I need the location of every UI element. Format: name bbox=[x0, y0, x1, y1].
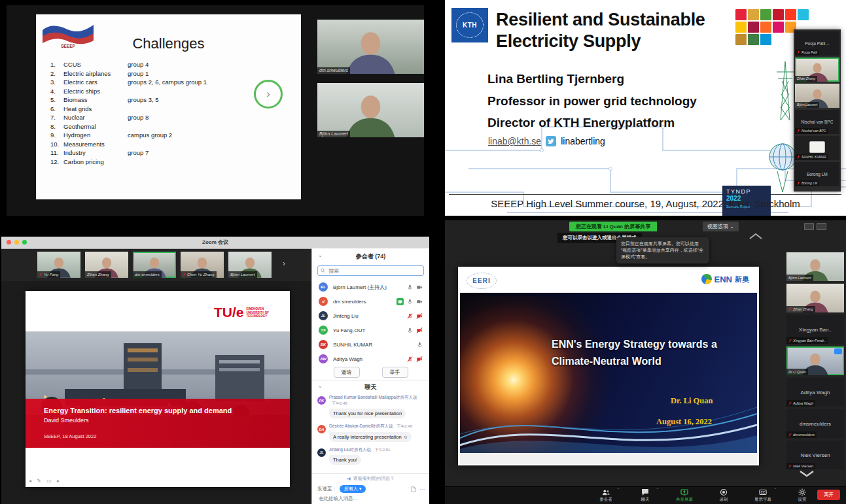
sdg-icon bbox=[735, 22, 747, 33]
collapse-caret-icon[interactable]: ⌄ bbox=[318, 252, 323, 258]
speaker-view-icon[interactable] bbox=[817, 223, 826, 230]
search-input[interactable] bbox=[327, 267, 421, 275]
video-tile[interactable]: Björn Laumert bbox=[786, 252, 844, 281]
presenter-nav-icons[interactable]: ◂ ✎ ▭ ▸ bbox=[29, 478, 62, 484]
slide-author: David Smeulders bbox=[44, 417, 89, 424]
sdg-icon bbox=[735, 9, 747, 20]
twitter-handle[interactable]: linabertling bbox=[561, 136, 605, 146]
video-tile[interactable]: Chen Yu Zhang bbox=[181, 252, 224, 278]
tile-name-center bbox=[317, 20, 424, 74]
avatar: SK bbox=[319, 340, 328, 349]
participant-row[interactable]: SK SUNHIL KUMAR bbox=[312, 337, 429, 352]
toolbar-button[interactable]: 录制 bbox=[712, 488, 735, 503]
caret-icon[interactable]: ˆ bbox=[775, 488, 776, 492]
video-tile[interactable]: SUNHIL KUMAR bbox=[795, 136, 839, 160]
video-tile[interactable]: Dr Li Quan bbox=[786, 346, 844, 375]
view-options-button[interactable]: 视图选项 ⌄ bbox=[703, 222, 739, 231]
video-tile[interactable]: Pooja Patil… Pooja Patil bbox=[795, 31, 839, 56]
avatar: BL bbox=[319, 282, 328, 292]
toolbar-button[interactable]: ˆ 聊天 bbox=[633, 488, 657, 503]
video-tile[interactable]: Zihan Zhang bbox=[795, 58, 839, 82]
camera-off-icon bbox=[416, 356, 423, 362]
item-group bbox=[128, 87, 207, 96]
expand-tiles-chevron[interactable] bbox=[797, 469, 817, 480]
participant-row[interactable]: BL Björn Laumert (主持人) bbox=[312, 280, 429, 294]
next-slide-button[interactable]: › bbox=[254, 80, 283, 109]
participant-name-label: Chen Yu Zhang bbox=[181, 271, 217, 278]
item-group: group 7 bbox=[128, 148, 207, 158]
presentation-title: Resilient and Sustainable Electricity Su… bbox=[496, 9, 705, 52]
video-tile[interactable]: dm.smeulders bbox=[317, 20, 424, 74]
tue-logo: TU/e EINDHOVEN UNIVERSITY OF TECHNOLOGY bbox=[214, 305, 269, 319]
video-tile[interactable]: Björn Laumert bbox=[228, 252, 272, 278]
slide-date: SEEEP, 18 August 2022 bbox=[44, 433, 96, 439]
collapse-strip-chevron[interactable] bbox=[747, 231, 764, 243]
window-title: Zoom 会议 bbox=[1, 237, 429, 248]
mic-muted-icon bbox=[788, 307, 792, 312]
gallery-view-icon[interactable] bbox=[804, 223, 814, 230]
item-group bbox=[128, 122, 207, 131]
video-tile[interactable]: dm smeulders bbox=[133, 252, 176, 278]
message-text: Thank you for nice presentation bbox=[329, 409, 406, 418]
minimize-window-button[interactable] bbox=[14, 240, 19, 244]
participant-name-label: Xingyan Ban-Fendi.. bbox=[786, 337, 828, 344]
zoom-window-enn: 您正在观看 Li Quan 的屏幕共享 视图选项 ⌄ 您可以双击以进入或退出全屏… bbox=[445, 220, 846, 504]
video-tile[interactable]: dmsmeulders dmsmeulders bbox=[786, 409, 844, 438]
video-tile[interactable]: Zihan Zhang bbox=[85, 252, 128, 278]
send-to-selector[interactable]: 所有人 ▾ bbox=[340, 485, 366, 493]
item-number: 8. bbox=[50, 122, 63, 131]
footer-text: SEEEP High Level Summer course, 19, Augu… bbox=[445, 198, 846, 209]
challenge-item: 1. CCUS group 4 bbox=[50, 60, 207, 69]
toolbar-button[interactable]: ˆ 参会者 bbox=[594, 488, 618, 503]
toolbar-icon bbox=[641, 488, 649, 496]
more-icon[interactable]: ⋯ bbox=[419, 486, 425, 492]
toolbar-button[interactable]: 设置 bbox=[790, 488, 814, 503]
participant-name-label: Nischal van BPC bbox=[795, 128, 828, 134]
eeri-logo: EERI bbox=[467, 273, 497, 289]
participant-row[interactable]: JL Jinfeng Liu bbox=[312, 309, 429, 323]
file-icon[interactable] bbox=[411, 486, 416, 492]
video-tile[interactable]: Botong LM Botong LM bbox=[795, 162, 839, 186]
zoom-window-tue: Zoom 会议 Yu Fang bbox=[1, 237, 429, 504]
video-tile[interactable]: Björn Laumert bbox=[317, 83, 424, 137]
participant-status-icons bbox=[407, 328, 423, 333]
gallery-next-button[interactable]: › bbox=[283, 259, 285, 268]
leave-meeting-button[interactable]: 离开 bbox=[817, 490, 840, 500]
participant-row[interactable]: AW Aditya Wagh bbox=[312, 352, 429, 366]
window-titlebar[interactable]: Zoom 会议 bbox=[1, 237, 429, 249]
video-tile[interactable]: Niek Viersen Niek Viersen bbox=[786, 441, 844, 469]
footer-divider bbox=[449, 194, 841, 195]
collapse-caret-icon[interactable]: ⌄ bbox=[318, 383, 323, 389]
video-tile[interactable]: Yu Fang bbox=[37, 252, 80, 278]
caret-icon[interactable]: ˆ bbox=[618, 488, 619, 492]
email-link[interactable]: linab@kth.se bbox=[488, 136, 541, 146]
avatar: AW bbox=[319, 354, 328, 363]
video-tile[interactable]: Nischal van BPC Nischal van BPC bbox=[795, 110, 839, 134]
toolbar-button[interactable]: CC ˆ 显示字幕 bbox=[751, 488, 775, 503]
privacy-note[interactable]: 谁能看到您的消息？ bbox=[312, 475, 429, 482]
toolbar-button[interactable]: 共享屏幕 bbox=[673, 488, 696, 503]
video-tile[interactable]: Björn Laumert bbox=[795, 84, 839, 108]
participant-name-label: Botong LM bbox=[795, 180, 819, 186]
invite-button[interactable]: 邀请 bbox=[334, 367, 360, 378]
raise-hand-button[interactable]: 举手 bbox=[382, 367, 408, 378]
tue-logo-text: TU/e bbox=[214, 305, 244, 319]
slide-title: Energy Transition: resilient energy supp… bbox=[44, 407, 232, 414]
screen-share-badge bbox=[397, 298, 404, 305]
video-tile[interactable]: Zihan Zhang bbox=[786, 284, 844, 312]
chat-message: JL Jintang Liu对所有人说 下午2:51 Thank you! bbox=[317, 447, 425, 465]
chat-message: PK Prasad Kumar Bandahalli Mallappa对所有人说… bbox=[317, 395, 425, 418]
participant-row[interactable]: d dm smeulders bbox=[312, 294, 429, 309]
zoom-window-button[interactable] bbox=[22, 240, 27, 244]
participant-name: Aditya Wagh bbox=[333, 356, 407, 362]
slide-title: ENN's Energy Strategy towards a Climate-… bbox=[552, 336, 717, 370]
participant-row[interactable]: YF Yu Fang-OUT bbox=[312, 323, 429, 337]
chat-input[interactable] bbox=[317, 495, 423, 502]
video-tile[interactable]: Aditya Wagh Aditya Wagh bbox=[786, 378, 844, 407]
caret-icon[interactable]: ˆ bbox=[657, 488, 658, 492]
video-tile[interactable]: Xingyan Ban.. Xingyan Ban-Fendi.. bbox=[786, 315, 844, 344]
participant-search-box[interactable] bbox=[317, 265, 424, 276]
close-window-button[interactable] bbox=[7, 240, 11, 244]
chat-attachment-icons: ⋯ bbox=[411, 486, 425, 492]
mic-on-icon bbox=[407, 284, 413, 290]
